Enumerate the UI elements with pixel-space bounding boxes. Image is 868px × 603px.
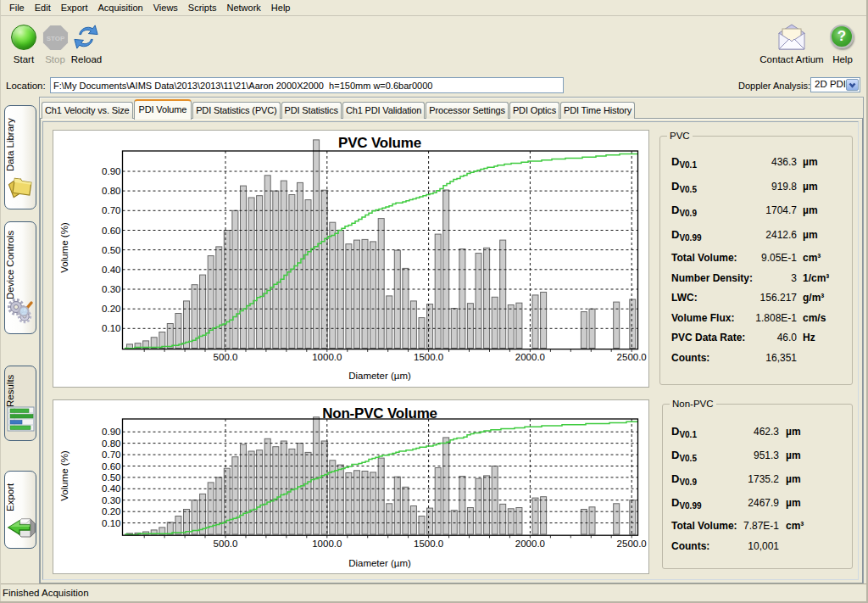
svg-text:0.10: 0.10 — [102, 518, 120, 528]
svg-text:0.60: 0.60 — [102, 226, 120, 236]
svg-text:0.70: 0.70 — [102, 449, 120, 460]
svg-text:0.90: 0.90 — [102, 166, 120, 176]
svg-text:2500.0: 2500.0 — [617, 539, 647, 549]
svg-text:STOP: STOP — [47, 35, 65, 42]
svg-text:1500.0: 1500.0 — [414, 539, 443, 549]
svg-text:0.80: 0.80 — [102, 438, 120, 449]
svg-text:0.20: 0.20 — [102, 506, 120, 516]
svg-text:1500.0: 1500.0 — [414, 352, 443, 362]
svg-text:0.40: 0.40 — [102, 483, 120, 494]
svg-text:1000.0: 1000.0 — [312, 539, 342, 549]
svg-text:500.0: 500.0 — [214, 539, 238, 549]
svg-text:0.40: 0.40 — [102, 265, 120, 275]
svg-text:0.10: 0.10 — [102, 323, 120, 333]
svg-text:0.50: 0.50 — [102, 472, 120, 483]
svg-text:0.20: 0.20 — [102, 304, 120, 314]
svg-text:0.50: 0.50 — [102, 245, 120, 255]
svg-text:2500.0: 2500.0 — [617, 352, 647, 362]
svg-text:2000.0: 2000.0 — [515, 352, 545, 362]
svg-text:0.90: 0.90 — [102, 427, 120, 437]
svg-text:0.30: 0.30 — [102, 495, 120, 505]
svg-text:2000.0: 2000.0 — [515, 539, 545, 549]
svg-text:500.0: 500.0 — [214, 352, 238, 362]
svg-text:1000.0: 1000.0 — [312, 352, 342, 362]
svg-text:0.30: 0.30 — [102, 284, 120, 294]
svg-text:0.60: 0.60 — [102, 461, 120, 472]
svg-text:0.80: 0.80 — [102, 186, 120, 196]
svg-text:0.70: 0.70 — [102, 205, 120, 215]
